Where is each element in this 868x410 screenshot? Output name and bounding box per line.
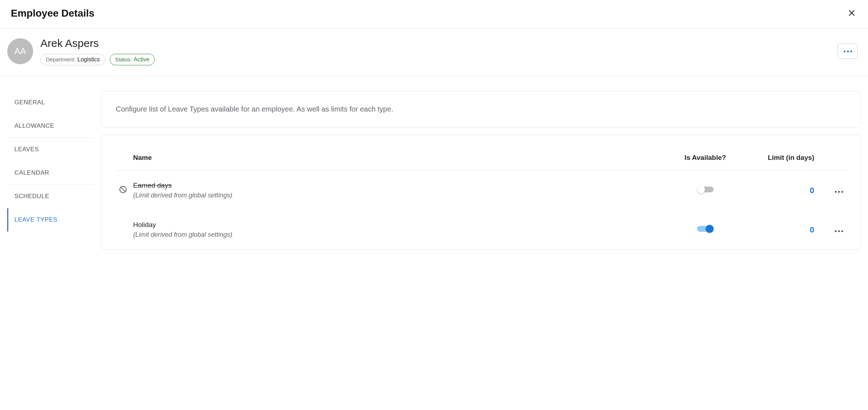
employee-header: AA Arek Aspers Department: Logistics Sta… <box>0 29 868 77</box>
col-name-header: Name <box>130 147 673 171</box>
leave-type-name: Earned days <box>133 182 670 189</box>
close-button[interactable] <box>846 6 857 20</box>
modal-title: Employee Details <box>11 8 95 19</box>
row-action-cell <box>817 171 846 210</box>
row-disabled-indicator <box>116 171 130 210</box>
available-toggle[interactable] <box>697 225 714 233</box>
status-badge: Status: Active <box>110 54 155 65</box>
row-more-button[interactable] <box>835 191 843 193</box>
row-limit-cell: 0 <box>738 171 817 210</box>
svg-line-3 <box>121 187 126 192</box>
modal-header: Employee Details <box>0 0 868 29</box>
status-value: Active <box>134 56 150 63</box>
leave-types-table-card: Name Is Available? Limit (in days) <box>101 135 861 250</box>
row-disabled-indicator <box>116 210 130 249</box>
employee-info: Arek Aspers Department: Logistics Status… <box>40 37 838 65</box>
avatar: AA <box>7 38 33 64</box>
row-available-cell <box>673 210 738 249</box>
leave-types-table: Name Is Available? Limit (in days) <box>116 147 846 249</box>
content-area: GENERAL ALLOWANCE LEAVES CALENDAR SCHEDU… <box>0 77 868 250</box>
tab-leaves[interactable]: LEAVES <box>7 138 94 161</box>
department-value: Logistics <box>78 56 100 63</box>
leave-type-sub: (Limit derived from global settings) <box>133 231 670 239</box>
ban-icon <box>119 185 127 194</box>
available-toggle[interactable] <box>697 186 714 193</box>
badges: Department: Logistics Status: Active <box>40 54 838 65</box>
col-actions-header <box>817 147 846 171</box>
col-limit-header: Limit (in days) <box>738 147 817 171</box>
table-row: Earned days (Limit derived from global s… <box>116 171 846 210</box>
tab-general[interactable]: GENERAL <box>7 91 94 114</box>
status-label: Status: <box>115 56 132 62</box>
row-name-cell: Holiday (Limit derived from global setti… <box>130 210 673 249</box>
close-icon <box>848 9 856 17</box>
tab-schedule[interactable]: SCHEDULE <box>7 185 94 208</box>
row-action-cell <box>817 210 846 249</box>
sidebar-tabs: GENERAL ALLOWANCE LEAVES CALENDAR SCHEDU… <box>0 91 94 250</box>
col-icon-header <box>116 147 130 171</box>
more-icon <box>844 51 852 52</box>
tab-calendar[interactable]: CALENDAR <box>7 161 94 185</box>
description-card: Configure list of Leave Types available … <box>101 91 861 127</box>
row-limit-cell: 0 <box>738 210 817 249</box>
tab-leave-types[interactable]: LEAVE TYPES <box>7 208 94 232</box>
limit-value[interactable]: 0 <box>810 186 814 195</box>
col-available-header: Is Available? <box>673 147 738 171</box>
more-icon <box>835 230 843 232</box>
row-more-button[interactable] <box>835 230 843 232</box>
employee-details-modal: Employee Details AA Arek Aspers Departme… <box>0 0 868 410</box>
leave-type-sub: (Limit derived from global settings) <box>133 192 670 199</box>
department-badge: Department: Logistics <box>40 54 105 65</box>
more-actions-button[interactable] <box>838 44 858 59</box>
leave-type-name: Holiday <box>133 221 670 229</box>
employee-name: Arek Aspers <box>40 37 838 49</box>
main-panel: Configure list of Leave Types available … <box>94 91 868 250</box>
department-label: Department: <box>46 56 76 62</box>
limit-value[interactable]: 0 <box>810 225 814 234</box>
row-available-cell <box>673 171 738 210</box>
table-row: Holiday (Limit derived from global setti… <box>116 210 846 249</box>
tab-allowance[interactable]: ALLOWANCE <box>7 114 94 138</box>
more-icon <box>835 191 843 193</box>
row-name-cell: Earned days (Limit derived from global s… <box>130 171 673 210</box>
